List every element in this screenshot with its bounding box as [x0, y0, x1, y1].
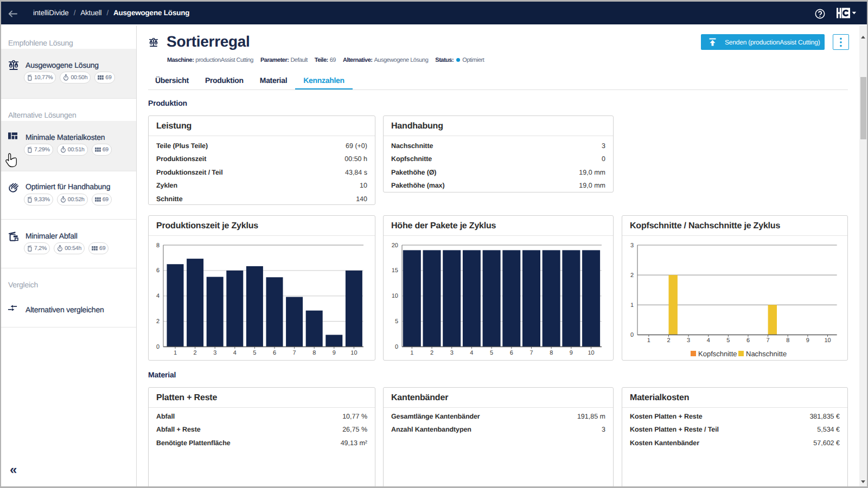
svg-text:6: 6 [746, 337, 750, 344]
svg-text:1: 1 [647, 337, 650, 344]
svg-text:3: 3 [450, 350, 454, 356]
svg-text:Nachschnitte: Nachschnitte [746, 350, 787, 358]
svg-text:1: 1 [174, 350, 177, 356]
svg-text:0: 0 [630, 332, 634, 338]
svg-text:4: 4 [707, 337, 710, 344]
svg-text:20: 20 [392, 242, 398, 249]
svg-text:5: 5 [395, 318, 398, 325]
svg-text:9: 9 [570, 350, 573, 356]
svg-text:10: 10 [588, 350, 594, 356]
svg-text:3: 3 [213, 350, 216, 356]
svg-text:7: 7 [529, 350, 533, 356]
svg-text:7: 7 [767, 337, 770, 344]
svg-text:8: 8 [156, 242, 159, 249]
svg-text:10: 10 [350, 350, 357, 356]
svg-text:7: 7 [293, 350, 296, 356]
svg-text:15: 15 [392, 267, 398, 274]
svg-text:2: 2 [194, 350, 197, 356]
svg-text:8: 8 [550, 350, 553, 356]
svg-text:5: 5 [726, 337, 730, 344]
svg-text:2: 2 [430, 350, 433, 356]
svg-text:8: 8 [312, 350, 316, 356]
svg-text:2: 2 [667, 337, 670, 344]
svg-text:0: 0 [156, 344, 159, 350]
svg-text:10: 10 [392, 293, 398, 299]
svg-text:8: 8 [786, 337, 789, 344]
svg-text:3: 3 [630, 242, 634, 249]
svg-text:0: 0 [395, 344, 398, 350]
svg-text:6: 6 [273, 350, 276, 356]
svg-text:3: 3 [687, 337, 690, 344]
svg-text:2: 2 [156, 318, 159, 325]
svg-text:10: 10 [824, 337, 831, 344]
svg-text:Kopfschnitte: Kopfschnitte [698, 350, 737, 358]
svg-text:6: 6 [510, 350, 513, 356]
svg-text:9: 9 [806, 337, 809, 344]
svg-text:4: 4 [156, 293, 159, 299]
svg-text:6: 6 [156, 267, 159, 274]
svg-text:4: 4 [470, 350, 473, 356]
svg-text:2: 2 [630, 272, 634, 279]
svg-text:1: 1 [630, 302, 634, 309]
svg-text:5: 5 [490, 350, 493, 356]
svg-text:4: 4 [233, 350, 237, 356]
svg-text:1: 1 [410, 350, 413, 356]
svg-text:9: 9 [333, 350, 336, 356]
svg-text:5: 5 [253, 350, 256, 356]
